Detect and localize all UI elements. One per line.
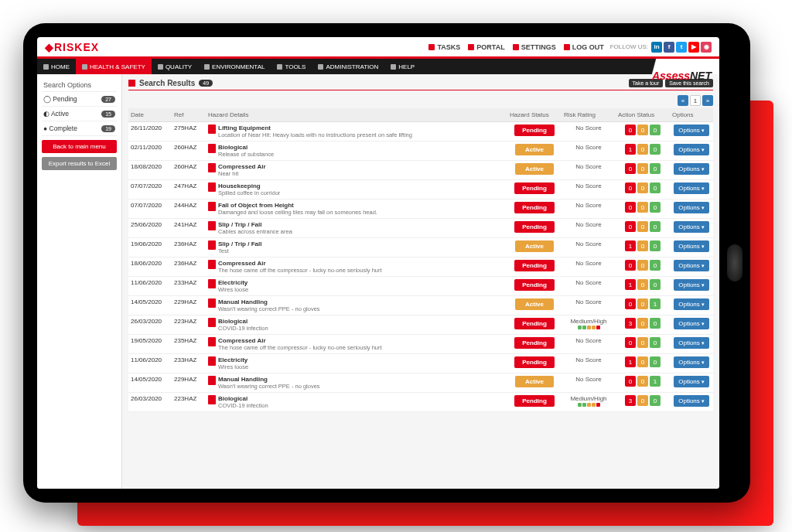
filter-complete[interactable]: ● Complete19 xyxy=(42,121,117,136)
export-button[interactable]: Export results to Excel xyxy=(42,157,117,170)
status-badge: Pending xyxy=(514,337,555,349)
action-count: 0 xyxy=(650,144,661,155)
options-button[interactable]: Options xyxy=(674,279,709,291)
topnav-log-out[interactable]: LOG OUT xyxy=(564,43,604,51)
nav-icon xyxy=(468,44,474,50)
tablet-home-button[interactable] xyxy=(727,244,742,281)
cell-options: Options xyxy=(670,200,713,219)
action-count: 0 xyxy=(650,279,661,290)
menu-icon xyxy=(158,64,163,70)
cell-status: Pending xyxy=(507,277,562,296)
pager-next[interactable]: » xyxy=(702,95,713,106)
cell-actions: 000 xyxy=(616,219,670,238)
cell-date: 19/05/2020 xyxy=(128,335,172,354)
cell-options: Options xyxy=(670,180,713,200)
table-row: 19/05/2020235HAZCompressed AirThe hose c… xyxy=(128,335,713,354)
action-count: 0 xyxy=(650,260,661,271)
options-button[interactable]: Options xyxy=(674,182,709,194)
options-button[interactable]: Options xyxy=(674,298,709,310)
col-date: Date xyxy=(128,108,172,122)
options-button[interactable]: Options xyxy=(674,318,709,329)
action-count: 3 xyxy=(625,318,636,329)
topnav-settings[interactable]: SETTINGS xyxy=(513,43,556,51)
menu-help[interactable]: HELP xyxy=(384,59,421,74)
table-row: 02/11/2020260HAZBiologicalRelease of sub… xyxy=(128,142,713,161)
table-row: 19/06/2020236HAZSlip / Trip / FallTestAc… xyxy=(128,238,713,257)
cell-ref: 233HAZ xyxy=(172,277,206,296)
cell-details: Compressed AirNear hit xyxy=(206,161,507,180)
social-icon[interactable]: ▶ xyxy=(688,42,699,53)
cell-details: Compressed AirThe hose came off the comp… xyxy=(206,335,507,354)
cell-actions: 001 xyxy=(616,296,670,315)
filter-active[interactable]: ◐ Active15 xyxy=(42,107,117,121)
nav-icon xyxy=(564,44,570,50)
social-icon[interactable]: ◉ xyxy=(701,42,712,53)
cell-risk: Medium/High xyxy=(562,393,616,412)
cell-ref: 223HAZ xyxy=(172,393,206,412)
col-risk-rating: Risk Rating xyxy=(562,108,616,122)
options-button[interactable]: Options xyxy=(674,337,709,349)
action-count: 0 xyxy=(650,395,661,406)
brand-text: RISKEX xyxy=(54,41,99,53)
menu-health-safety[interactable]: HEALTH & SAFETY xyxy=(76,59,152,74)
pager-page: 1 xyxy=(690,95,701,106)
menu-quality[interactable]: QUALITY xyxy=(152,59,198,74)
options-button[interactable]: Options xyxy=(674,144,709,155)
col-hazard-details: Hazard Details xyxy=(206,108,507,122)
menu-environmental[interactable]: ENVIRONMENTAL xyxy=(198,59,271,74)
topnav-portal[interactable]: PORTAL xyxy=(468,43,504,51)
cell-status: Pending xyxy=(507,393,562,412)
table-row: 26/03/2020223HAZBiologicalCOVID-19 infec… xyxy=(128,393,713,412)
logo-assessnet: AssessNET xyxy=(652,70,712,82)
action-count: 1 xyxy=(625,279,636,290)
cell-risk: No Score xyxy=(562,219,616,238)
sidebar-title: Search Options xyxy=(42,79,117,92)
action-count: 3 xyxy=(625,395,636,406)
logo-riskex: ◆RISKEX xyxy=(45,41,99,53)
options-button[interactable]: Options xyxy=(674,260,709,271)
back-button[interactable]: Back to main menu xyxy=(42,140,117,153)
action-count: 0 xyxy=(637,221,648,232)
options-button[interactable]: Options xyxy=(674,124,709,136)
options-button[interactable]: Options xyxy=(674,240,709,252)
cell-risk: No Score xyxy=(562,142,616,161)
results-title: Search Results xyxy=(139,79,195,87)
status-badge: Pending xyxy=(514,221,555,233)
cell-options: Options xyxy=(670,354,713,373)
status-badge: Active xyxy=(515,240,554,252)
action-count: 0 xyxy=(625,221,636,232)
menu-home[interactable]: HOME xyxy=(37,59,76,74)
options-button[interactable]: Options xyxy=(674,202,709,213)
status-badge: Active xyxy=(515,163,554,175)
action-count: 0 xyxy=(650,221,661,232)
action-count: 0 xyxy=(650,163,661,174)
topnav-tasks[interactable]: TASKS xyxy=(428,43,460,51)
menu-tools[interactable]: TOOLS xyxy=(271,59,312,74)
options-button[interactable]: Options xyxy=(674,376,709,387)
options-button[interactable]: Options xyxy=(674,221,709,233)
list-icon xyxy=(128,80,135,87)
document-icon xyxy=(208,124,216,134)
document-icon xyxy=(208,279,216,288)
cell-actions: 000 xyxy=(616,122,670,142)
table-row: 14/05/2020229HAZManual HandlingWasn't we… xyxy=(128,296,713,315)
social-icon[interactable]: t xyxy=(676,42,687,53)
menu-administration[interactable]: ADMINISTRATION xyxy=(312,59,384,74)
social-icon[interactable]: f xyxy=(664,42,674,53)
col-options: Options xyxy=(670,108,713,122)
options-button[interactable]: Options xyxy=(674,356,709,368)
options-button[interactable]: Options xyxy=(674,163,709,175)
social-icon[interactable]: in xyxy=(651,42,662,53)
action-count: 0 xyxy=(637,202,648,213)
action-count: 0 xyxy=(625,124,636,135)
action-count: 1 xyxy=(625,356,636,367)
cell-options: Options xyxy=(670,393,713,412)
options-button[interactable]: Options xyxy=(674,395,709,407)
filter-pending[interactable]: ◯ Pending27 xyxy=(42,92,117,107)
cell-date: 26/11/2020 xyxy=(128,122,172,142)
action-count: 0 xyxy=(650,318,661,329)
action-count: 0 xyxy=(637,163,648,174)
cell-risk: No Score xyxy=(562,354,616,373)
pager-prev[interactable]: « xyxy=(678,95,688,106)
cell-status: Pending xyxy=(507,219,562,238)
